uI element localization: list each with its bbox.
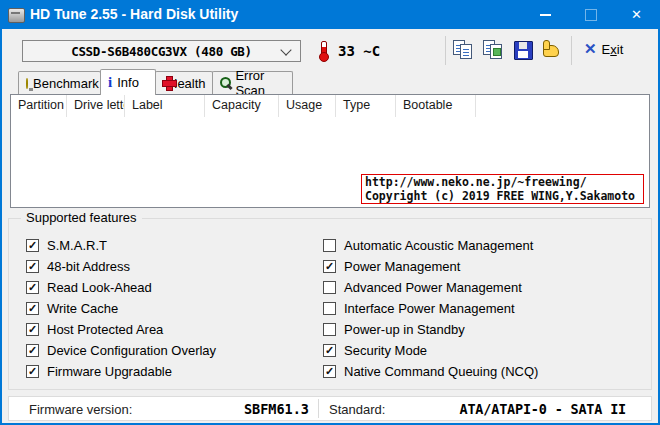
tab-error-scan[interactable]: Error Scan <box>212 71 293 94</box>
credit-copyright: Copyright (c) 2019 FREE WING,Y.Sakamoto <box>365 190 643 204</box>
tab-benchmark[interactable]: Benchmark <box>18 71 101 94</box>
titlebar: HD Tune 2.55 - Hard Disk Utility ✕ <box>0 0 660 29</box>
checkbox[interactable]: ✓ <box>26 260 39 273</box>
checkbox[interactable]: ✓ <box>26 344 39 357</box>
feature-row: ✓S.M.A.R.T <box>26 235 316 256</box>
toolbar-separator <box>445 36 446 65</box>
tab-label: Benchmark <box>33 76 99 91</box>
partition-list: Partition Drive letter Label Capacity Us… <box>10 94 650 208</box>
checkbox[interactable]: ✓ <box>323 344 336 357</box>
checkbox[interactable]: ✓ <box>26 365 39 378</box>
feature-row: ✓Read Look-Ahead <box>26 277 316 298</box>
save-button[interactable] <box>512 39 536 63</box>
close-button[interactable]: ✕ <box>613 0 660 29</box>
copy-image-button[interactable] <box>482 39 506 63</box>
chevron-down-icon <box>280 44 291 55</box>
tab-health[interactable]: Health <box>155 71 213 94</box>
exit-button[interactable]: ✕ Exit <box>584 41 623 57</box>
partition-list-header: Partition Drive letter Label Capacity Us… <box>11 95 649 117</box>
hdtune-window: HD Tune 2.55 - Hard Disk Utility ✕ CSSD-… <box>0 0 660 425</box>
save-icon <box>514 41 533 60</box>
checkbox[interactable] <box>323 302 336 315</box>
copy-text-button[interactable] <box>452 39 476 63</box>
magnifier-icon <box>220 77 230 90</box>
checkbox[interactable] <box>323 323 336 336</box>
feature-row: ✓Device Configuration Overlay <box>26 340 316 361</box>
checkbox[interactable]: ✓ <box>26 302 39 315</box>
temperature-value: 33 ~C <box>338 43 380 59</box>
standard-value: ATA/ATAPI-0 - SATA II <box>460 401 626 417</box>
feature-row: Advanced Power Management <box>323 277 643 298</box>
feature-row: ✓Host Protected Area <box>26 319 316 340</box>
checkbox[interactable]: ✓ <box>26 239 39 252</box>
toolbar-separator <box>571 36 572 65</box>
info-icon: i <box>108 76 112 89</box>
column-header-type[interactable]: Type <box>336 95 396 117</box>
feature-row: Power-up in Standby <box>323 319 643 340</box>
checkbox[interactable]: ✓ <box>26 281 39 294</box>
checkbox[interactable] <box>323 281 336 294</box>
checkbox[interactable]: ✓ <box>26 323 39 336</box>
footer-divider <box>318 399 319 418</box>
hand-icon <box>543 45 559 57</box>
column-header-partition[interactable]: Partition <box>11 95 67 117</box>
standard-label: Standard: <box>329 402 385 417</box>
help-hand-button[interactable] <box>540 39 564 63</box>
column-header-drive-letter[interactable]: Drive letter <box>67 95 125 117</box>
exit-x-icon: ✕ <box>584 41 597 57</box>
group-title: Supported features <box>21 210 142 225</box>
tab-label: Info <box>117 75 139 90</box>
drive-select-value: CSSD-S6B480CG3VX (480 GB) <box>71 44 252 59</box>
app-icon <box>8 8 25 23</box>
drive-select-dropdown[interactable]: CSSD-S6B480CG3VX (480 GB) <box>22 40 301 62</box>
credit-url: http://www.neko.ne.jp/~freewing/ <box>365 176 643 190</box>
firmware-version-value: SBFM61.3 <box>244 401 309 417</box>
firmware-version-label: Firmware version: <box>29 402 132 417</box>
tab-info[interactable]: i Info <box>100 69 156 95</box>
maximize-icon <box>585 9 597 21</box>
checkbox[interactable]: ✓ <box>323 365 336 378</box>
feature-row: ✓Security Mode <box>323 340 643 361</box>
column-header-label[interactable]: Label <box>125 95 205 117</box>
column-header-usage[interactable]: Usage <box>279 95 336 117</box>
benchmark-bulb-icon <box>26 78 28 89</box>
feature-row: ✓48-bit Address <box>26 256 316 277</box>
features-right-column: Automatic Acoustic Management ✓Power Man… <box>323 235 643 382</box>
close-icon: ✕ <box>631 7 642 22</box>
checkbox[interactable] <box>323 239 336 252</box>
freeware-credit-overlay: http://www.neko.ne.jp/~freewing/ Copyrig… <box>361 174 644 204</box>
column-header-capacity[interactable]: Capacity <box>205 95 279 117</box>
checkbox[interactable]: ✓ <box>323 260 336 273</box>
minimize-button[interactable] <box>523 0 568 29</box>
feature-row: Automatic Acoustic Management <box>323 235 643 256</box>
column-header-empty <box>476 95 649 117</box>
supported-features-group: Supported features ✓S.M.A.R.T ✓48-bit Ad… <box>8 218 652 390</box>
footer-bar: Firmware version: SBFM61.3 Standard: ATA… <box>8 396 652 421</box>
column-header-bootable[interactable]: Bootable <box>396 95 476 117</box>
maximize-button[interactable] <box>568 0 613 29</box>
feature-row: ✓Power Management <box>323 256 643 277</box>
feature-row: Interface Power Management <box>323 298 643 319</box>
feature-row: ✓Firmware Upgradable <box>26 361 316 382</box>
minimize-icon <box>540 14 551 16</box>
features-left-column: ✓S.M.A.R.T ✓48-bit Address ✓Read Look-Ah… <box>26 235 316 382</box>
feature-row: ✓Native Command Queuing (NCQ) <box>323 361 643 382</box>
thermometer-icon <box>319 41 329 62</box>
exit-label: Exit <box>602 42 624 57</box>
feature-row: ✓Write Cache <box>26 298 316 319</box>
window-title: HD Tune 2.55 - Hard Disk Utility <box>30 0 238 29</box>
